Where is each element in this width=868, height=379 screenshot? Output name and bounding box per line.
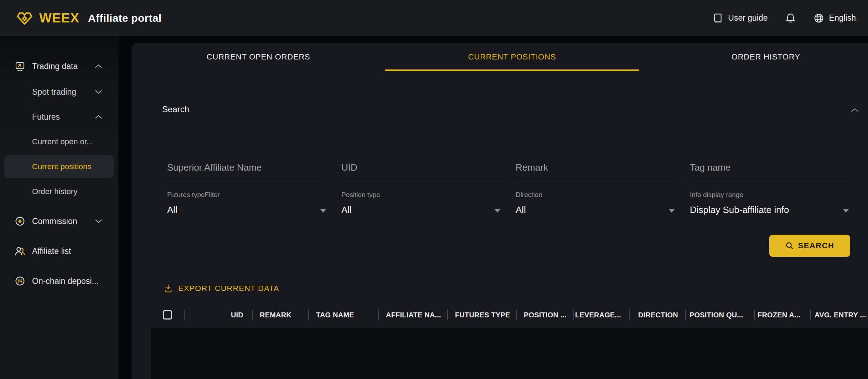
tab-current-open-orders[interactable]: CURRENT OPEN ORDERS	[131, 43, 385, 71]
globe-icon	[813, 12, 825, 24]
sidebar-item-order-history[interactable]: Order history	[4, 180, 114, 203]
column-header-tag-name: TAG NAME	[308, 302, 378, 328]
field-remark	[515, 162, 676, 179]
remark-input[interactable]	[515, 162, 676, 179]
column-header-futures-type: FUTURES TYPE	[447, 302, 516, 328]
sidebar-item-affiliate-list[interactable]: Affiliate list	[4, 240, 114, 263]
select-value: All	[341, 204, 489, 216]
sidebar-item-label: Trading data	[32, 62, 78, 71]
caret-down-icon	[843, 209, 849, 213]
app-header: WEEX Affiliate portal User guide	[0, 0, 868, 36]
caret-down-icon	[494, 209, 501, 213]
column-header-affiliate-name: AFFILIATE NA...	[378, 302, 447, 328]
book-icon	[712, 12, 723, 24]
sidebar-item-futures[interactable]: Futures	[4, 105, 114, 128]
search-fields-row	[166, 162, 850, 179]
export-label: EXPORT CURRENT DATA	[178, 284, 279, 293]
sidebar-item-trading-data[interactable]: Trading data	[4, 55, 114, 78]
tab-current-positions[interactable]: CURRENT POSITIONS	[385, 43, 639, 71]
tab-order-history[interactable]: ORDER HISTORY	[639, 43, 868, 71]
search-selects-row: Futures typeFilter All Position type All…	[166, 191, 850, 222]
affiliate-list-icon	[14, 245, 26, 257]
sidebar-item-commission[interactable]: Commission	[4, 210, 114, 233]
column-header-leverage: LEVERAGE...	[573, 302, 629, 328]
sidebar-item-label: On-chain deposi...	[32, 276, 99, 286]
main-panel: CURRENT OPEN ORDERS CURRENT POSITIONS OR…	[131, 43, 868, 379]
caret-down-icon	[668, 209, 675, 213]
column-header-avg-entry: AVG. ENTRY ...	[810, 302, 868, 328]
position-type-select[interactable]: Position type All	[341, 191, 501, 222]
bell-icon	[785, 12, 796, 24]
tag-name-input[interactable]	[689, 162, 850, 179]
search-button-label: SEARCH	[798, 241, 835, 250]
select-label: Info display range	[689, 191, 850, 199]
table-header-row: UID REMARK TAG NAME AFFILIATE NA... FUTU…	[151, 302, 868, 328]
column-header-frozen-amount: FROZEN A...	[754, 302, 810, 328]
select-label: Futures typeFilter	[166, 191, 327, 199]
tab-label: ORDER HISTORY	[732, 52, 800, 62]
notifications-button[interactable]	[785, 12, 796, 24]
select-label: Direction	[515, 191, 676, 199]
search-section-title: Search	[162, 104, 189, 114]
direction-select[interactable]: Direction All	[515, 191, 676, 222]
page-title: Affiliate portal	[88, 12, 161, 24]
user-guide-link[interactable]: User guide	[712, 12, 768, 24]
commission-icon	[14, 216, 26, 227]
chevron-down-icon	[95, 90, 102, 94]
column-header-position: POSITION ...	[516, 302, 573, 328]
sidebar-item-label: Order history	[32, 187, 77, 196]
select-label: Position type	[341, 191, 501, 199]
sidebar-item-on-chain-deposit[interactable]: On-chain deposi...	[4, 270, 114, 292]
caret-down-icon	[320, 209, 326, 213]
search-button[interactable]: SEARCH	[769, 235, 850, 257]
sidebar-item-label: Affiliate list	[32, 246, 71, 256]
select-value: Display Sub-affiliate info	[690, 204, 838, 216]
tab-label: CURRENT POSITIONS	[468, 52, 556, 62]
uid-input[interactable]	[341, 162, 501, 179]
column-header-remark: REMARK	[252, 302, 308, 328]
field-superior-affiliate-name	[166, 162, 327, 179]
sidebar-item-label: Current open or...	[32, 137, 93, 146]
sidebar-item-label: Commission	[32, 217, 77, 226]
weex-logo[interactable]: WEEX	[16, 11, 79, 26]
sidebar-item-current-open-orders[interactable]: Current open or...	[4, 130, 114, 153]
field-tag-name	[689, 162, 850, 179]
weex-gem-icon	[16, 11, 33, 26]
search-icon	[785, 242, 794, 250]
chevron-up-icon	[95, 115, 102, 119]
column-header-uid: UID	[184, 302, 252, 328]
info-display-range-select[interactable]: Info display range Display Sub-affiliate…	[689, 191, 850, 222]
column-header-direction: DIRECTION	[629, 302, 685, 328]
sidebar-item-label: Spot trading	[32, 87, 76, 97]
field-uid	[341, 162, 501, 179]
futures-type-select[interactable]: Futures typeFilter All	[166, 191, 327, 222]
chevron-up-icon	[95, 64, 102, 68]
user-guide-label: User guide	[728, 13, 768, 23]
chevron-down-icon	[95, 219, 102, 223]
sidebar: Trading data Spot trading Futures Curren…	[0, 36, 118, 379]
active-tab-indicator	[385, 69, 639, 71]
export-current-data-button[interactable]: EXPORT CURRENT DATA	[163, 282, 279, 295]
table-header-checkbox-cell	[151, 302, 184, 328]
brand-name: WEEX	[39, 11, 79, 26]
language-label: English	[829, 13, 856, 23]
tab-bar: CURRENT OPEN ORDERS CURRENT POSITIONS OR…	[131, 43, 868, 71]
sidebar-item-current-positions[interactable]: Current positions	[4, 155, 114, 178]
sidebar-item-label: Current positions	[32, 162, 91, 171]
collapse-search-chevron-icon[interactable]	[851, 108, 859, 112]
column-header-position-qty: POSITION QU...	[685, 302, 754, 328]
sidebar-item-spot-trading[interactable]: Spot trading	[4, 81, 114, 103]
download-icon	[163, 284, 173, 294]
header-actions: User guide English	[712, 12, 856, 24]
select-value: All	[516, 204, 663, 216]
language-selector[interactable]: English	[813, 12, 856, 24]
tab-label: CURRENT OPEN ORDERS	[207, 52, 310, 62]
sidebar-item-label: Futures	[32, 112, 60, 122]
table-body	[151, 328, 868, 379]
select-value: All	[167, 204, 315, 216]
on-chain-deposit-icon	[14, 275, 26, 287]
select-all-checkbox[interactable]	[163, 310, 172, 320]
trading-data-icon	[14, 61, 26, 72]
superior-affiliate-name-input[interactable]	[166, 162, 327, 179]
